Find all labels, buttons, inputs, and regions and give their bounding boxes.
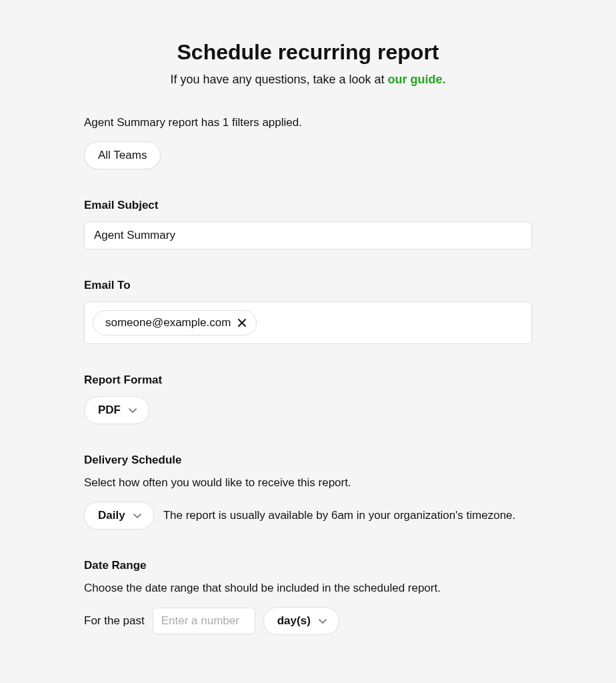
filters-summary-text: Agent Summary report has 1 filters appli… (84, 116, 532, 129)
delivery-schedule-help: Select how often you would like to recei… (84, 476, 532, 490)
report-format-dropdown[interactable]: PDF (84, 396, 149, 424)
form-header: Schedule recurring report If you have an… (84, 40, 532, 87)
email-subject-input[interactable] (84, 221, 532, 249)
subtitle-text: If you have any questions, take a look a… (170, 73, 387, 86)
close-icon[interactable] (237, 318, 247, 327)
email-subject-label: Email Subject (84, 199, 532, 212)
date-range-row: For the past day(s) (84, 607, 532, 635)
chevron-down-icon (317, 616, 328, 626)
delivery-schedule-label: Delivery Schedule (84, 454, 532, 467)
filter-chip-all-teams[interactable]: All Teams (84, 141, 161, 169)
date-range-section: Date Range Choose the date range that sh… (84, 559, 532, 635)
email-recipient-text: someone@example.com (105, 316, 231, 329)
delivery-frequency-dropdown[interactable]: Daily (84, 502, 154, 530)
email-to-label: Email To (84, 279, 532, 292)
chevron-down-icon (132, 510, 143, 521)
date-range-number-input[interactable] (153, 608, 255, 634)
report-format-label: Report Format (84, 374, 532, 387)
report-format-section: Report Format PDF (84, 374, 532, 424)
email-to-input-box[interactable]: someone@example.com (84, 301, 532, 344)
date-range-label: Date Range (84, 559, 532, 572)
report-format-selected: PDF (98, 404, 121, 417)
date-range-prefix: For the past (84, 614, 145, 628)
page-title: Schedule recurring report (84, 40, 532, 65)
email-subject-section: Email Subject (84, 199, 532, 249)
email-to-section: Email To someone@example.com (84, 279, 532, 344)
filters-section: Agent Summary report has 1 filters appli… (84, 116, 532, 169)
email-recipient-chip: someone@example.com (93, 310, 257, 335)
filter-chip-label: All Teams (98, 149, 147, 162)
page-subtitle: If you have any questions, take a look a… (84, 73, 532, 87)
delivery-schedule-row: Daily The report is usually available by… (84, 502, 532, 530)
date-range-unit-dropdown[interactable]: day(s) (263, 607, 339, 635)
delivery-schedule-section: Delivery Schedule Select how often you w… (84, 454, 532, 530)
delivery-schedule-note: The report is usually available by 6am i… (163, 509, 516, 522)
date-range-help: Choose the date range that should be inc… (84, 582, 532, 595)
date-range-unit-selected: day(s) (277, 614, 311, 628)
guide-link[interactable]: our guide. (388, 73, 446, 86)
delivery-frequency-selected: Daily (98, 509, 125, 522)
schedule-report-form: Schedule recurring report If you have an… (0, 0, 616, 662)
chevron-down-icon (127, 405, 138, 416)
